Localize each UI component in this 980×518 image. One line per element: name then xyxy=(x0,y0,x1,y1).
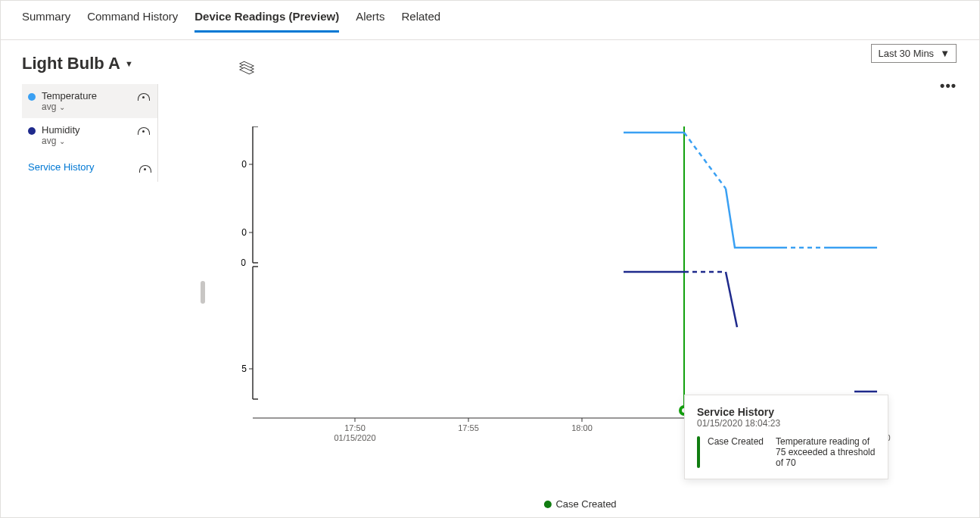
visibility-toggle-icon[interactable] xyxy=(138,127,150,135)
content: Light Bulb A ▼ Temperature avg ⌄ xyxy=(1,40,979,517)
caret-down-icon: ▼ xyxy=(940,48,950,59)
time-range-selector[interactable]: Last 30 Mins ▼ xyxy=(871,44,957,63)
more-options-button[interactable]: ••• xyxy=(940,78,957,94)
tooltip-timestamp: 01/15/2020 18:04:23 xyxy=(697,418,876,429)
legend-agg: avg xyxy=(42,101,56,112)
temperature-color-icon xyxy=(28,93,36,101)
tooltip-event-desc: Temperature reading of 75 exceeded a thr… xyxy=(776,436,876,468)
device-name: Light Bulb A xyxy=(22,54,120,73)
bottom-legend: Case Created xyxy=(543,498,616,510)
chart-area: Last 30 Mins ▼ ••• 70 60 40 xyxy=(196,54,964,517)
caret-down-icon: ▼ xyxy=(125,59,133,68)
tooltip-event-label: Case Created xyxy=(708,436,768,468)
tab-command-history[interactable]: Command History xyxy=(87,10,178,30)
svg-text:40: 40 xyxy=(241,257,246,268)
tabbar: Summary Command History Device Readings … xyxy=(1,1,979,40)
visibility-toggle-icon[interactable] xyxy=(139,165,151,173)
event-tooltip: Service History 01/15/2020 18:04:23 Case… xyxy=(684,395,888,479)
case-created-dot-icon xyxy=(543,501,551,508)
sidebar: Light Bulb A ▼ Temperature avg ⌄ xyxy=(7,54,196,517)
svg-text:35: 35 xyxy=(241,364,247,374)
legend-item-temperature[interactable]: Temperature avg ⌄ xyxy=(22,84,157,118)
svg-text:17:55: 17:55 xyxy=(458,423,479,432)
legend-agg: avg xyxy=(42,136,56,146)
svg-text:01/15/2020: 01/15/2020 xyxy=(334,433,375,442)
legend-label: Temperature xyxy=(42,90,97,101)
chevron-down-icon[interactable]: ⌄ xyxy=(59,103,65,111)
tab-summary[interactable]: Summary xyxy=(22,10,70,30)
svg-text:60: 60 xyxy=(241,227,247,238)
svg-text:17:50: 17:50 xyxy=(344,423,366,432)
service-history-label: Service History xyxy=(28,161,94,173)
tooltip-title: Service History xyxy=(697,406,876,418)
legend-item-service-history[interactable]: Service History xyxy=(22,152,157,182)
app-window: Summary Command History Device Readings … xyxy=(0,0,980,518)
time-range-label: Last 30 Mins xyxy=(878,48,934,59)
svg-text:18:00: 18:00 xyxy=(571,423,593,432)
legend-label: Humidity xyxy=(42,124,80,136)
visibility-toggle-icon[interactable] xyxy=(138,93,150,101)
layers-icon[interactable] xyxy=(241,62,255,76)
chevron-down-icon[interactable]: ⌄ xyxy=(59,137,65,145)
legend-item-humidity[interactable]: Humidity avg ⌄ xyxy=(22,118,157,152)
tooltip-accent-bar xyxy=(697,436,700,468)
device-selector[interactable]: Light Bulb A ▼ xyxy=(22,54,196,73)
humidity-color-icon xyxy=(28,127,36,135)
svg-text:70: 70 xyxy=(241,159,247,170)
bottom-legend-label: Case Created xyxy=(555,498,616,510)
tab-related[interactable]: Related xyxy=(401,10,440,30)
tab-alerts[interactable]: Alerts xyxy=(356,10,384,30)
legend-list: Temperature avg ⌄ Humidity xyxy=(22,84,158,182)
tab-device-readings[interactable]: Device Readings (Preview) xyxy=(194,10,339,33)
scrollbar-thumb[interactable] xyxy=(201,281,205,304)
